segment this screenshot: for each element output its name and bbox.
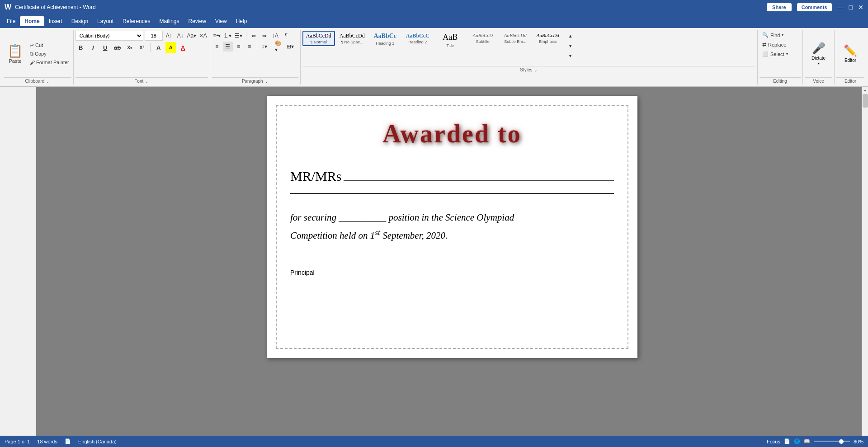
clipboard-expand-icon[interactable]: ⌄ [46,79,50,84]
subscript-button[interactable]: X₂ [124,42,135,53]
paragraph-expand-icon[interactable]: ⌄ [265,79,269,84]
underline-button[interactable]: U [100,42,111,53]
style-tile-subtle-em[interactable]: AaBbCcDd Subtle Em... [500,31,531,46]
share-button[interactable]: Share [767,3,792,11]
styles-expand[interactable]: ▾ [566,51,576,61]
borders-button[interactable]: ⊞▾ [285,42,295,52]
title-bar-left: W Certificate of Achievement - Word [5,3,96,11]
styles-scroll-down[interactable]: ▼ [566,41,576,51]
menu-item-layout[interactable]: Layout [93,16,118,26]
web-layout-icon[interactable]: 🌐 [794,438,800,444]
no-spacing-label: ¶ No Spac... [341,40,363,44]
editor-button[interactable]: ✏️ Editor [844,44,857,63]
menu-item-help[interactable]: Help [231,16,252,26]
paste-icon: 📋 [7,43,23,58]
increase-font-button[interactable]: A↑ [164,31,174,41]
menu-item-file[interactable]: File [2,16,20,26]
font-color-button[interactable]: A [178,42,189,53]
italic-button[interactable]: I [88,42,99,53]
styles-expand-icon[interactable]: ⌄ [534,68,538,72]
doc-title: Certificate of Achievement - Word [15,4,96,10]
paragraph-label: Paragraph ⌄ [212,77,298,85]
menu-item-mailings[interactable]: Mailings [155,16,184,26]
copy-button[interactable]: ⧉ Copy [28,50,71,58]
align-right-button[interactable]: ≡ [234,42,244,52]
superscript-button[interactable]: X² [137,42,147,53]
font-divider [150,43,151,52]
editing-content: 🔍 Find ▾ ⇄ Replace ⬜ Select ▾ [760,30,801,77]
word-count: 18 words [37,439,57,444]
minimize-button[interactable]: — [837,4,844,11]
dictate-button[interactable]: 🎤 Dictate ▾ [811,42,826,66]
ribbon-group-editing: 🔍 Find ▾ ⇄ Replace ⬜ Select ▾ Editing [758,30,803,85]
zoom-level: 80% [854,439,863,444]
menu-item-view[interactable]: View [211,16,231,26]
paste-button[interactable]: 📋 Paste [4,42,27,66]
justify-button[interactable]: ≡ [245,42,255,52]
style-tile-normal[interactable]: AaBbCcDd ¶ Normal [302,31,335,46]
bullets-button[interactable]: ≡•▾ [212,31,222,41]
menu-item-design[interactable]: Design [67,16,93,26]
style-tile-no-spacing[interactable]: AaBbCcDd ¶ No Spac... [336,31,368,46]
numbering-button[interactable]: 1.▾ [223,31,233,41]
document-scroll[interactable]: Awarded to MR/MRs for securing _________… [36,87,868,436]
align-center-button[interactable]: ☰ [223,42,233,52]
text-effects-button[interactable]: A [153,42,164,53]
read-mode-icon[interactable]: 📖 [804,438,810,444]
close-button[interactable]: ✕ [858,4,863,11]
find-button[interactable]: 🔍 Find ▾ [760,31,786,39]
bold-button[interactable]: B [75,42,86,53]
style-tile-subtitle[interactable]: AaBbCcD Subtitle [467,31,499,46]
style-tile-emphasis[interactable]: AaBbCcDd Emphasis [532,31,564,46]
scroll-up-button[interactable]: ▲ [862,87,868,93]
doc-check-icon[interactable]: 📄 [65,438,71,444]
vertical-scrollbar[interactable]: ▲ [862,87,868,436]
style-tile-title[interactable]: AaB Title [434,31,466,50]
decrease-indent-button[interactable]: ⇐ [249,31,259,41]
select-dropdown-icon[interactable]: ▾ [786,52,788,56]
multilevel-button[interactable]: ☰▾ [234,31,244,41]
para-divider3 [272,42,272,50]
replace-button[interactable]: ⇄ Replace [760,40,789,49]
change-case-button[interactable]: Aa▾ [187,31,197,41]
menu-item-references[interactable]: References [118,16,155,26]
shading-button[interactable]: 🎨▾ [274,42,284,52]
font-expand-icon[interactable]: ⌄ [145,79,149,84]
maximize-button[interactable]: □ [849,4,853,11]
select-button[interactable]: ⬜ Select ▾ [760,50,791,58]
highlight-color-button[interactable]: A [165,42,176,53]
show-formatting-button[interactable]: ¶ [281,31,291,41]
find-dropdown-icon[interactable]: ▾ [782,33,783,37]
heading2-preview: AaBbCcC [406,33,429,39]
line-spacing-button[interactable]: ↕▾ [259,42,269,52]
title-bar: W Certificate of Achievement - Word Shar… [0,0,868,14]
increase-indent-button[interactable]: ⇒ [259,31,269,41]
subtitle-label: Subtitle [476,39,490,44]
align-left-button[interactable]: ≡ [212,42,222,52]
style-tile-heading1[interactable]: AaBbCc Heading 1 [369,31,401,47]
scroll-thumb[interactable] [863,94,868,108]
menu-item-review[interactable]: Review [184,16,210,26]
comments-button[interactable]: Comments [797,3,832,11]
decrease-font-button[interactable]: A↓ [175,31,185,41]
print-layout-icon[interactable]: 📄 [784,438,790,444]
cut-button[interactable]: ✂ Cut [28,42,71,49]
format-painter-button[interactable]: 🖌 Format Painter [28,59,71,66]
menu-item-insert[interactable]: Insert [44,16,67,26]
cert-blank-line [290,193,614,194]
strikethrough-button[interactable]: ab [112,42,123,53]
dictate-dropdown-icon[interactable]: ▾ [818,61,820,66]
title-label: Title [446,43,454,48]
clipboard-small-buttons: ✂ Cut ⧉ Copy 🖌 Format Painter [28,42,71,66]
style-tile-heading2[interactable]: AaBbCcC Heading 2 [402,31,434,46]
para-row-1: ≡•▾ 1.▾ ☰▾ ⇐ ⇒ ↕A ¶ [212,31,291,41]
clear-format-button[interactable]: ✕A [198,31,208,41]
page-border: Awarded to MR/MRs for securing _________… [276,105,628,349]
cert-superscript: st [375,228,380,237]
font-size-input[interactable] [145,31,163,41]
zoom-slider[interactable] [814,441,850,442]
menu-item-home[interactable]: Home [20,16,44,26]
styles-scroll-up[interactable]: ▲ [566,31,576,41]
sort-button[interactable]: ↕A [270,31,280,41]
font-name-select[interactable]: Calibri (Body) [75,31,143,41]
